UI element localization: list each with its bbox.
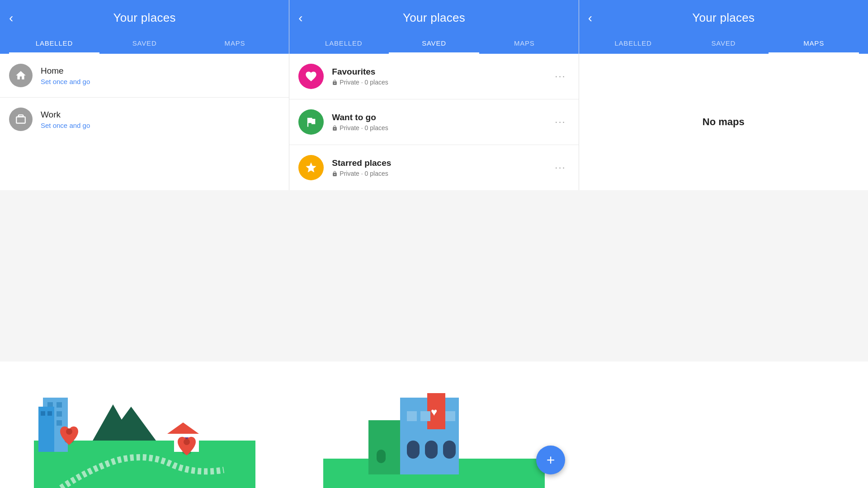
svg-rect-30 bbox=[443, 441, 456, 459]
star-icon bbox=[305, 161, 317, 174]
panel-title-labelled: Your places bbox=[113, 11, 176, 25]
tab-labelled-maps[interactable]: MAPS bbox=[190, 34, 280, 54]
back-button-labelled[interactable]: ‹ bbox=[9, 11, 13, 25]
starred-more[interactable]: ··· bbox=[551, 160, 569, 175]
maps-body: No maps bbox=[579, 54, 868, 190]
tab-maps-labelled[interactable]: LABELLED bbox=[588, 34, 679, 54]
lock-icon-fav bbox=[332, 80, 338, 85]
saved-body: Favourites Private · 0 places ··· Want t… bbox=[289, 54, 578, 190]
panel-title-saved: Your places bbox=[403, 11, 465, 25]
tab-labelled-labelled[interactable]: LABELLED bbox=[9, 34, 99, 54]
svg-rect-6 bbox=[57, 411, 62, 417]
want-to-go-name: Want to go bbox=[332, 113, 551, 122]
svg-rect-32 bbox=[420, 411, 430, 421]
back-button-saved[interactable]: ‹ bbox=[298, 11, 302, 25]
tabs-row-saved: LABELLED SAVED MAPS bbox=[298, 34, 569, 54]
maps-panel: ‹ Your places LABELLED SAVED MAPS No map… bbox=[579, 0, 868, 190]
labelled-body: Home Set once and go Work Set once and g… bbox=[0, 54, 289, 190]
work-icon-bg bbox=[9, 108, 33, 131]
labelled-panel: ‹ Your places LABELLED SAVED MAPS Home S… bbox=[0, 0, 289, 190]
tab-saved-labelled[interactable]: LABELLED bbox=[298, 34, 389, 54]
tab-saved-maps[interactable]: MAPS bbox=[479, 34, 570, 54]
svg-point-20 bbox=[184, 439, 190, 445]
saved-panel: ‹ Your places LABELLED SAVED MAPS Favour… bbox=[289, 0, 579, 190]
tab-labelled-saved[interactable]: SAVED bbox=[99, 34, 190, 54]
want-to-go-icon-bg bbox=[298, 109, 324, 135]
favourites-icon-bg bbox=[298, 64, 324, 89]
saved-illustration: ♥ bbox=[289, 361, 579, 488]
lock-icon-wtg bbox=[332, 125, 338, 131]
fab-add-button[interactable]: + bbox=[536, 446, 565, 474]
tab-maps-maps[interactable]: MAPS bbox=[769, 34, 859, 54]
svg-rect-11 bbox=[47, 411, 52, 416]
svg-point-15 bbox=[66, 428, 72, 435]
illustrations-row: ♥ + bbox=[0, 190, 868, 488]
home-sub: Set once and go bbox=[41, 78, 90, 85]
starred-icon-bg bbox=[298, 155, 324, 180]
no-maps-text: No maps bbox=[703, 116, 745, 128]
svg-rect-29 bbox=[425, 441, 438, 459]
want-to-go-meta: Private · 0 places bbox=[332, 124, 551, 131]
panel-header-labelled: ‹ Your places LABELLED SAVED MAPS bbox=[0, 0, 289, 54]
home-item[interactable]: Home Set once and go bbox=[0, 54, 289, 98]
work-item[interactable]: Work Set once and go bbox=[0, 98, 289, 141]
favourites-more[interactable]: ··· bbox=[551, 69, 569, 84]
tab-maps-saved[interactable]: SAVED bbox=[678, 34, 769, 54]
home-label: Home bbox=[41, 66, 90, 76]
flag-icon bbox=[305, 116, 317, 128]
want-to-go-item[interactable]: Want to go Private · 0 places ··· bbox=[289, 99, 578, 145]
panel-header-saved: ‹ Your places LABELLED SAVED MAPS bbox=[289, 0, 578, 54]
favourites-meta: Private · 0 places bbox=[332, 79, 551, 86]
heart-icon bbox=[305, 70, 317, 83]
tabs-row-maps: LABELLED SAVED MAPS bbox=[588, 34, 859, 54]
favourites-item[interactable]: Favourites Private · 0 places ··· bbox=[289, 54, 578, 99]
want-to-go-more[interactable]: ··· bbox=[551, 114, 569, 130]
illustration-saved: ♥ + bbox=[289, 361, 579, 488]
svg-rect-31 bbox=[407, 411, 417, 421]
svg-rect-24 bbox=[377, 450, 386, 463]
back-button-maps[interactable]: ‹ bbox=[588, 11, 592, 25]
illustration-map bbox=[0, 361, 289, 488]
tabs-row-labelled: LABELLED SAVED MAPS bbox=[9, 34, 280, 54]
home-icon-bg bbox=[9, 64, 33, 87]
svg-rect-23 bbox=[368, 420, 400, 474]
tab-saved-saved[interactable]: SAVED bbox=[389, 34, 479, 54]
starred-item[interactable]: Starred places Private · 0 places ··· bbox=[289, 145, 578, 190]
lock-icon-star bbox=[332, 171, 338, 177]
starred-name: Starred places bbox=[332, 158, 551, 168]
svg-rect-10 bbox=[41, 411, 45, 416]
starred-meta: Private · 0 places bbox=[332, 170, 551, 177]
panel-header-maps: ‹ Your places LABELLED SAVED MAPS bbox=[579, 0, 868, 54]
work-label: Work bbox=[41, 110, 90, 120]
home-icon bbox=[15, 70, 27, 81]
panel-title-maps: Your places bbox=[692, 11, 755, 25]
favourites-name: Favourites bbox=[332, 67, 551, 77]
svg-rect-4 bbox=[57, 402, 62, 408]
map-illustration bbox=[0, 361, 289, 488]
work-icon bbox=[15, 113, 27, 125]
svg-rect-28 bbox=[407, 441, 420, 459]
svg-text:♥: ♥ bbox=[431, 406, 437, 418]
maps-illustration-area bbox=[579, 361, 868, 488]
work-sub: Set once and go bbox=[41, 122, 90, 129]
fab-plus-icon: + bbox=[547, 453, 555, 467]
svg-rect-8 bbox=[57, 420, 62, 426]
svg-rect-33 bbox=[445, 411, 455, 421]
